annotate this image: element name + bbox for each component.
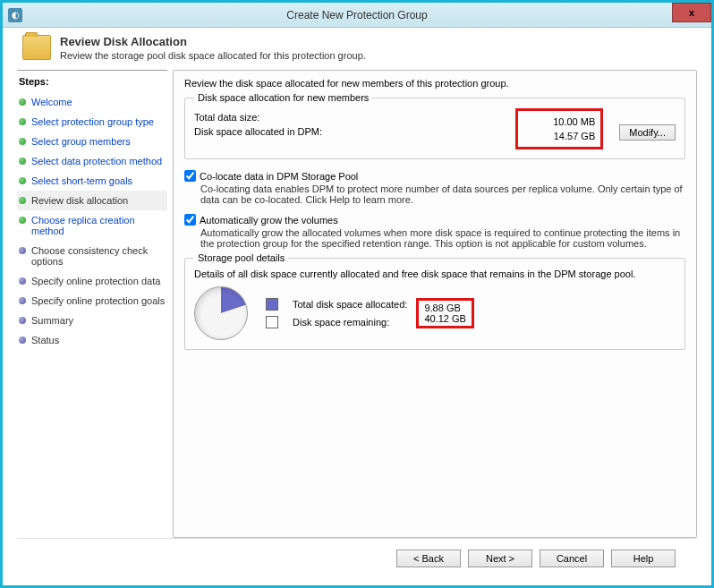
page-header: Review Disk Allocation Review the storag…: [3, 28, 711, 70]
allocated-value: 9.88 GB: [424, 303, 465, 313]
step-item[interactable]: Summary: [17, 311, 167, 330]
footer-buttons: < Back Next > Cancel Help: [17, 538, 697, 577]
window-title: Create New Protection Group: [3, 9, 711, 21]
allocation-values-highlight: 10.00 MB 14.57 GB: [515, 108, 603, 149]
step-bullet-icon: [19, 177, 26, 184]
step-label: Select short-term goals: [31, 175, 132, 186]
step-item[interactable]: Status: [17, 330, 167, 350]
pool-values-highlight: 9.88 GB 40.12 GB: [416, 298, 473, 328]
step-bullet-icon: [19, 317, 26, 324]
step-item[interactable]: Choose replica creation method: [17, 210, 167, 241]
step-item[interactable]: Select group members: [17, 132, 167, 151]
autogrow-row: Automatically grow the volumes: [184, 214, 685, 226]
step-bullet-icon: [19, 247, 26, 254]
colocate-row: Co-locate data in DPM Storage Pool: [184, 170, 685, 182]
remaining-label: Disk space remaining:: [289, 314, 411, 330]
title-bar: ◐ Create New Protection Group x: [3, 3, 711, 28]
step-label: Status: [31, 335, 59, 345]
intro-text: Review the disk space allocated for new …: [184, 78, 685, 89]
step-label: Choose consistency check options: [31, 245, 166, 267]
allocation-legend: Disk space allocation for new members: [194, 92, 372, 103]
step-bullet-icon: [19, 197, 26, 204]
close-button[interactable]: x: [672, 3, 711, 22]
allocation-fieldset: Disk space allocation for new members To…: [184, 92, 685, 159]
total-data-label: Total data size:: [194, 112, 373, 123]
help-button[interactable]: Help: [611, 550, 676, 567]
page-subtitle: Review the storage pool disk space alloc…: [60, 50, 366, 61]
allocated-label: Total disk space allocated:: [289, 296, 411, 312]
autogrow-checkbox[interactable]: [184, 214, 196, 226]
step-bullet-icon: [19, 277, 26, 285]
colocate-desc: Co-locating data enables DPM to protect …: [200, 183, 685, 205]
step-bullet-icon: [19, 158, 26, 165]
step-label: Specify online protection goals: [31, 295, 165, 306]
step-bullet-icon: [19, 98, 26, 106]
step-label: Welcome: [31, 97, 72, 107]
step-bullet-icon: [19, 297, 26, 304]
step-label: Select data protection method: [31, 156, 162, 166]
cancel-button[interactable]: Cancel: [540, 550, 604, 567]
remaining-value: 40.12 GB: [424, 313, 465, 324]
autogrow-label: Automatically grow the volumes: [200, 215, 338, 226]
pool-fieldset: Storage pool details Details of all disk…: [184, 252, 685, 350]
step-item[interactable]: Specify online protection data: [17, 271, 167, 291]
step-bullet-icon: [19, 138, 26, 145]
colocate-label: Co-locate data in DPM Storage Pool: [200, 171, 358, 182]
step-label: Select group members: [31, 136, 131, 147]
step-item[interactable]: Select short-term goals: [17, 171, 167, 191]
step-label: Summary: [31, 315, 73, 326]
step-item[interactable]: Select data protection method: [17, 151, 167, 171]
dpm-allocated-value: 14.57 GB: [523, 131, 595, 141]
folder-icon: [22, 35, 51, 60]
pool-desc: Details of all disk space currently allo…: [194, 268, 676, 279]
step-bullet-icon: [19, 118, 26, 125]
steps-sidebar: Steps: WelcomeSelect protection group ty…: [17, 70, 167, 538]
step-item[interactable]: Choose consistency check options: [17, 241, 167, 271]
content-area: Steps: WelcomeSelect protection group ty…: [3, 70, 711, 538]
pie-chart-icon: [194, 286, 248, 340]
main-panel: Review the disk space allocated for new …: [173, 70, 697, 538]
step-label: Specify online protection data: [31, 276, 160, 286]
next-button[interactable]: Next >: [468, 550, 532, 567]
page-title: Review Disk Allocation: [60, 35, 366, 48]
step-item[interactable]: Specify online protection goals: [17, 291, 167, 311]
step-bullet-icon: [19, 217, 26, 224]
colocate-checkbox[interactable]: [184, 170, 196, 182]
pool-legend: Storage pool details: [194, 252, 288, 263]
back-button[interactable]: < Back: [396, 550, 461, 567]
dpm-allocated-label: Disk space allocated in DPM:: [194, 126, 373, 137]
total-data-value: 10.00 MB: [523, 116, 595, 127]
remaining-swatch-icon: [266, 316, 278, 328]
step-label: Review disk allocation: [31, 195, 128, 206]
step-label: Select protection group type: [31, 116, 154, 127]
step-item[interactable]: Welcome: [17, 92, 167, 112]
step-item: Review disk allocation: [17, 191, 167, 210]
step-item[interactable]: Select protection group type: [17, 112, 167, 132]
step-bullet-icon: [19, 337, 26, 344]
sidebar-title: Steps:: [17, 74, 167, 92]
modify-button[interactable]: Modify...: [619, 124, 676, 141]
allocated-swatch-icon: [266, 298, 278, 311]
step-label: Choose replica creation method: [31, 215, 166, 236]
autogrow-desc: Automatically grow the allocated volumes…: [200, 227, 685, 249]
